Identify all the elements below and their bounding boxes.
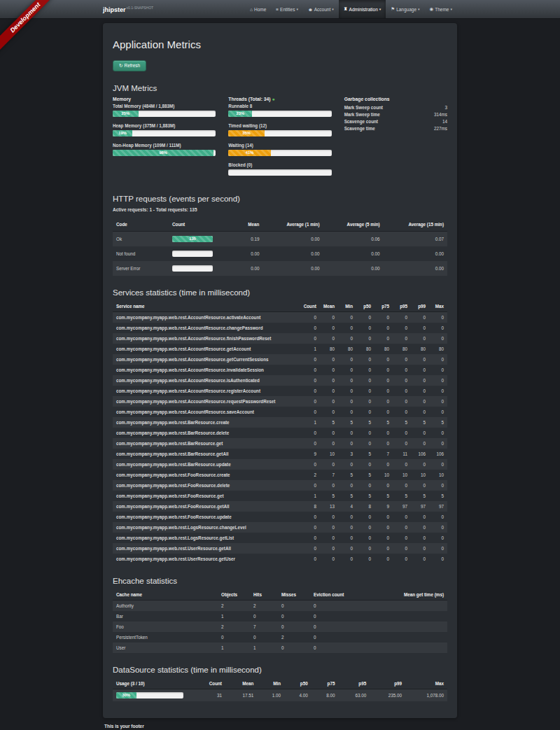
service-value: 0	[338, 407, 356, 417]
development-ribbon: Development	[0, 0, 66, 66]
http-count-cell: 135	[169, 232, 235, 247]
jvm-gc-column: Garbage collections Mark Sweep count3Mar…	[344, 97, 447, 182]
nav-item-theme[interactable]: ◉Theme▾	[425, 0, 457, 18]
service-value: 0	[393, 396, 411, 407]
http-value: 0.06	[323, 232, 384, 247]
column-header: Count	[300, 301, 320, 312]
service-value: 0	[393, 554, 411, 564]
service-value: 0	[300, 354, 320, 365]
ehcache-tbody: Authority2200Bar1000Foo2700PersistentTok…	[113, 601, 447, 654]
progress-fill: 98%	[113, 150, 214, 156]
cache-value: 0	[310, 611, 394, 622]
nav-item-entities[interactable]: ≡Entities▾	[271, 0, 303, 18]
service-value: 0	[300, 543, 320, 554]
http-header-row: CodeCountMeanAverage (1 min)Average (5 m…	[113, 218, 447, 232]
cache-value: 1	[218, 643, 250, 653]
nav-item-home[interactable]: ⌂Home	[245, 0, 271, 18]
service-value: 0	[356, 438, 374, 449]
cache-value	[394, 643, 447, 653]
http-row: Not found0.000.000.000.00	[113, 246, 447, 261]
thread-dump-icon[interactable]: ●	[272, 97, 275, 101]
service-value: 0	[320, 354, 338, 365]
service-row: com.mycompany.myapp.web.rest.UserResourc…	[113, 554, 447, 564]
service-value: 0	[320, 407, 338, 417]
service-value: 0	[411, 354, 429, 365]
service-row: com.mycompany.myapp.web.rest.BarResource…	[113, 438, 447, 449]
nav-item-label: Home	[254, 7, 266, 12]
service-value: 0	[411, 407, 429, 417]
progress-track: 135	[172, 236, 213, 242]
development-ribbon-label: Development	[0, 0, 63, 55]
ehcache-heading: Ehcache statistics	[113, 577, 447, 585]
column-header: Mean	[235, 218, 262, 232]
service-row: com.mycompany.myapp.web.rest.AccountReso…	[113, 365, 447, 375]
progress-track: 23%	[228, 111, 331, 117]
cache-row: Authority2200	[113, 601, 447, 612]
service-value: 1	[300, 344, 320, 354]
column-header: Mean	[320, 301, 338, 312]
service-row: com.mycompany.myapp.web.rest.FooResource…	[113, 501, 447, 512]
cache-name: PersistentToken	[113, 632, 218, 643]
column-header: p99	[370, 678, 405, 689]
metric-label: Runnable 8	[228, 104, 331, 108]
progress-track: 98%	[113, 150, 216, 156]
column-header: Objects	[218, 589, 250, 601]
service-value: 0	[429, 512, 447, 522]
brand-link[interactable]: jhipsterv0.1-SNAPSHOT	[103, 6, 153, 13]
service-value: 80	[338, 344, 356, 354]
service-name: com.mycompany.myapp.web.rest.FooResource…	[113, 480, 300, 491]
nav-item-administration[interactable]: ♜Administration▾	[339, 0, 386, 18]
service-value: 0	[320, 333, 338, 344]
service-value: 0	[320, 543, 338, 554]
column-header: Service name	[113, 301, 300, 312]
column-header: Average (1 min)	[262, 218, 323, 232]
service-value: 0	[393, 512, 411, 522]
service-row: com.mycompany.myapp.web.rest.AccountReso…	[113, 386, 447, 396]
service-value: 0	[393, 365, 411, 375]
service-value: 3	[338, 449, 356, 459]
service-row: com.mycompany.myapp.web.rest.UserResourc…	[113, 543, 447, 554]
column-header: Mean	[225, 678, 257, 689]
metric-label: Heap Memory (375M / 1,883M)	[113, 123, 216, 128]
column-header: Average (15 min)	[384, 218, 447, 232]
service-value: 0	[320, 522, 338, 533]
datasource-value: 17.51	[225, 689, 257, 702]
service-name: com.mycompany.myapp.web.rest.BarResource…	[113, 417, 300, 428]
service-name: com.mycompany.myapp.web.rest.AccountReso…	[113, 375, 300, 386]
service-name: com.mycompany.myapp.web.rest.BarResource…	[113, 459, 300, 470]
service-row: com.mycompany.myapp.web.rest.BarResource…	[113, 459, 447, 470]
service-value: 0	[356, 333, 374, 344]
service-value: 0	[320, 323, 338, 333]
datasource-usage-cell: 30%	[113, 689, 191, 702]
column-header: Misses	[278, 589, 310, 601]
service-value: 0	[393, 333, 411, 344]
admin-tower-icon: ♜	[344, 6, 348, 12]
service-value: 0	[300, 459, 320, 470]
service-value: 106	[411, 449, 429, 459]
cache-value: 0	[278, 611, 310, 622]
column-header: Code	[113, 218, 169, 232]
nav-item-account[interactable]: ☻Account▾	[303, 0, 339, 18]
service-value: 0	[338, 323, 356, 333]
service-value: 5	[411, 417, 429, 428]
service-value: 0	[374, 533, 393, 543]
service-value: 0	[429, 365, 447, 375]
service-value: 0	[320, 459, 338, 470]
service-value: 0	[300, 365, 320, 375]
refresh-button[interactable]: ↻Refresh	[113, 60, 146, 71]
service-value: 0	[429, 522, 447, 533]
http-value: 0.07	[384, 232, 447, 247]
nav-item-label: Language	[396, 7, 416, 12]
gc-row: Scavenge count14	[344, 118, 447, 125]
service-value: 0	[356, 375, 374, 386]
service-value: 5	[429, 491, 447, 501]
cache-value	[394, 622, 447, 632]
service-name: com.mycompany.myapp.web.rest.FooResource…	[113, 491, 300, 501]
navbar-menu: ⌂Home≡Entities▾☻Account▾♜Administration▾…	[245, 0, 457, 18]
service-row: com.mycompany.myapp.web.rest.FooResource…	[113, 480, 447, 491]
jvm-metrics-grid: Memory Total Memory (484M / 1,883M)25%He…	[113, 97, 447, 182]
nav-item-language[interactable]: ⚑Language▾	[386, 0, 424, 18]
service-value: 0	[393, 480, 411, 491]
http-count-cell	[169, 261, 235, 276]
service-value: 0	[374, 396, 393, 407]
